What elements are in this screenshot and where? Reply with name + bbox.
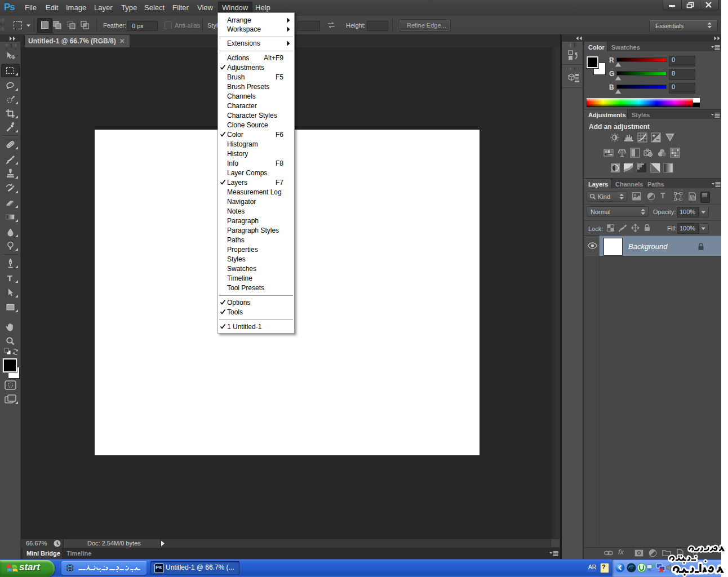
svg-text:T: T xyxy=(7,273,13,283)
